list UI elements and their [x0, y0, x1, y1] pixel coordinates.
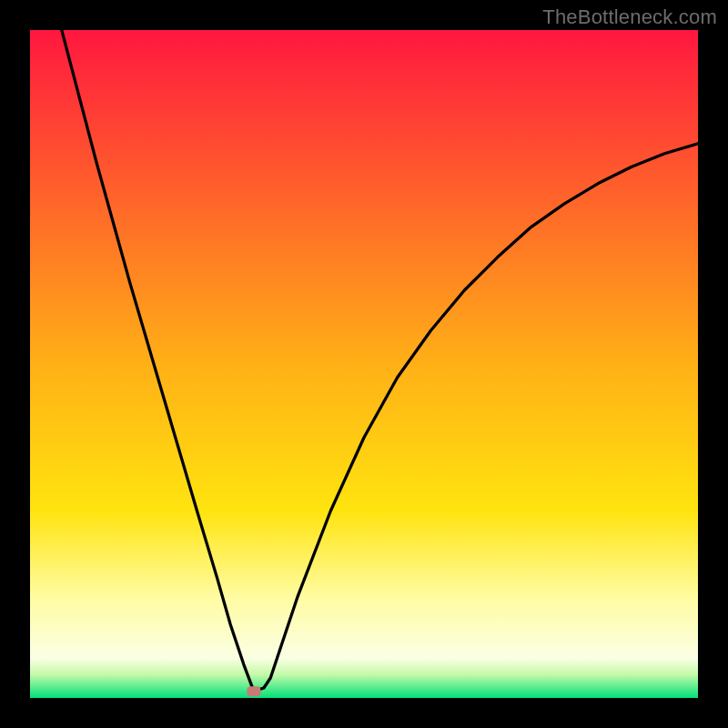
gradient-background	[30, 30, 698, 698]
minimum-marker	[247, 686, 260, 696]
plot-svg	[30, 30, 698, 698]
plot-area	[30, 30, 698, 698]
watermark-text: TheBottleneck.com	[542, 5, 717, 29]
chart-frame: TheBottleneck.com	[0, 0, 728, 728]
